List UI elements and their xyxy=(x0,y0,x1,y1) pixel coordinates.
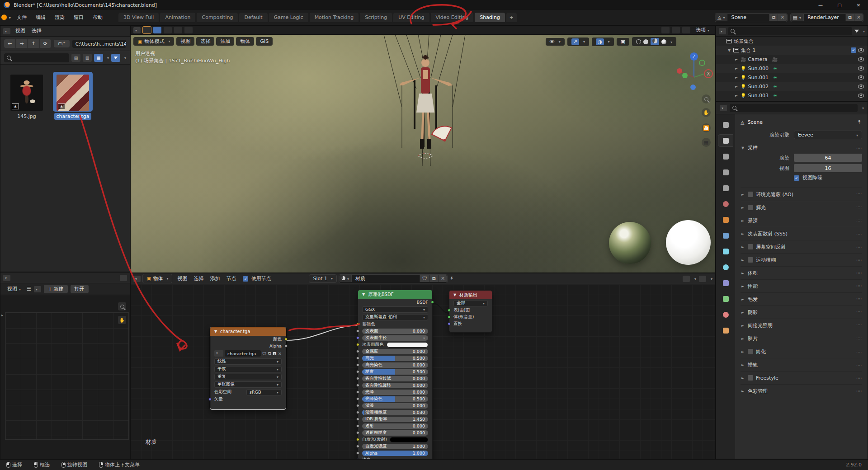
projection-dropdown[interactable]: 平展 xyxy=(210,365,286,373)
image-browse-icon[interactable] xyxy=(34,286,41,292)
expand-arrow[interactable]: ► xyxy=(734,94,739,98)
unlink-material-icon[interactable]: ✕ xyxy=(438,275,447,282)
material-browse-icon[interactable] xyxy=(339,275,352,282)
value-IOR 折射率[interactable]: IOR 折射率1.450 xyxy=(362,417,428,422)
material-output-node[interactable]: ▼材质输出 全部 表(曲)面 体积(音量) 置换 xyxy=(449,290,492,333)
workspace-tab-uv-editing[interactable]: UV Editing xyxy=(393,13,429,22)
properties-tab-world[interactable] xyxy=(718,198,733,210)
outliner-row-场景集合[interactable]: 场景集合 xyxy=(716,37,868,46)
principled-bsdf-node[interactable]: ▼原理化BSDF BSDF GGX 克里斯坦森-伯利 基础色次表面0.000次表… xyxy=(358,290,433,459)
expand-arrow[interactable]: ► xyxy=(741,219,745,223)
value-金属度[interactable]: 金属度0.000 xyxy=(362,349,428,354)
properties-tab-tool[interactable] xyxy=(718,119,733,131)
hide-eye-toggle[interactable] xyxy=(858,57,864,61)
scene-unlink-icon[interactable]: ✕ xyxy=(778,14,787,21)
render-slot-icon[interactable] xyxy=(120,275,127,281)
panel-运动模糊[interactable]: ►运动模糊∷∷ xyxy=(741,253,862,266)
file-item[interactable]: ▲145.jpg xyxy=(7,72,47,120)
select-tweak-tool[interactable] xyxy=(143,27,151,33)
panel-胶片[interactable]: ►胶片∷∷ xyxy=(741,332,862,345)
panel-checkbox[interactable] xyxy=(748,257,753,263)
panel-checkbox[interactable] xyxy=(748,375,753,381)
高光-input-socket[interactable] xyxy=(356,357,359,360)
viewport-zoom-icon[interactable] xyxy=(702,94,711,103)
new-image-button[interactable]: + 新建 xyxy=(44,285,68,293)
add-workspace-button[interactable]: + xyxy=(506,13,517,22)
expand-arrow[interactable]: ► xyxy=(741,389,745,393)
hide-eye-toggle[interactable] xyxy=(858,75,864,80)
shader-menu-节点[interactable]: 节点 xyxy=(223,274,239,283)
source-dropdown[interactable]: 单张图像 xyxy=(210,381,286,388)
properties-tab-output[interactable] xyxy=(718,150,733,162)
node-canvas[interactable]: ▼character.tga 颜色 Alpha character.tga 🛡 … xyxy=(131,284,715,459)
snapping-magnet-icon[interactable] xyxy=(683,276,690,282)
shader-type-dropdown[interactable]: ▣物体 xyxy=(142,274,172,283)
workspace-tab-default[interactable]: Default xyxy=(239,13,267,22)
copy-material-icon[interactable]: ⧉ xyxy=(429,275,438,282)
Alpha-input-socket[interactable] xyxy=(356,451,359,455)
panel-简化[interactable]: ►简化∷∷ xyxy=(741,345,862,358)
workspace-tab-3d-view-full[interactable]: 3D View Full xyxy=(118,13,159,22)
expand-arrow[interactable]: ► xyxy=(734,85,739,89)
自发光(发射)-input-socket[interactable] xyxy=(356,438,359,441)
panel-Freestyle[interactable]: ►Freestyle∷∷ xyxy=(741,371,862,384)
pin-icon[interactable]: 🖈 xyxy=(857,119,862,125)
透射粗糙度-input-socket[interactable] xyxy=(356,431,359,434)
shader-menu-选择[interactable]: 选择 xyxy=(190,274,207,283)
file-search-input[interactable] xyxy=(4,53,69,62)
mirror-toggle[interactable] xyxy=(661,27,670,33)
material-selector[interactable]: 材质 🛡 ⧉ ✕ xyxy=(339,274,448,283)
清漆粗糙度-input-socket[interactable] xyxy=(356,411,359,414)
次表面半径-input-socket[interactable] xyxy=(356,336,359,339)
surface-input-socket[interactable] xyxy=(448,309,451,312)
value-Alpha[interactable]: Alpha1.000 xyxy=(362,451,428,456)
workspace-tab-motion-tracking[interactable]: Motion Tracking xyxy=(310,13,359,22)
file-item[interactable]: ▲character.tga xyxy=(53,72,93,120)
expand-arrow[interactable]: ► xyxy=(741,193,745,197)
workspace-tab-compositing[interactable]: Compositing xyxy=(197,13,238,22)
collection-checkbox[interactable]: ✓ xyxy=(851,47,856,53)
properties-tab-render[interactable] xyxy=(718,135,733,146)
panel-checkbox[interactable] xyxy=(748,192,753,197)
value-糙度[interactable]: 糙度0.500 xyxy=(362,369,428,375)
display-settings-dropdown[interactable] xyxy=(105,55,109,61)
shader-menu-添加[interactable]: 添加 xyxy=(207,274,223,283)
properties-tab-modifiers[interactable] xyxy=(718,230,733,241)
volume-input-socket[interactable] xyxy=(448,315,451,319)
workspace-tab-shading[interactable]: Shading xyxy=(475,13,505,22)
value-透射[interactable]: 透射0.000 xyxy=(362,423,428,429)
IOR 折射率-input-socket[interactable] xyxy=(356,418,359,421)
select-invert-mode[interactable] xyxy=(184,27,193,33)
outliner-row-集合 1[interactable]: ▼集合 1✓ xyxy=(716,46,868,55)
node-header[interactable]: ▼原理化BSDF xyxy=(358,290,432,299)
hide-eye-toggle[interactable] xyxy=(858,48,864,52)
outliner-row-Sun.001[interactable]: ►💡Sun.001☀ xyxy=(716,73,868,82)
copy-image-icon[interactable]: ⧉ xyxy=(268,351,271,356)
expand-arrow[interactable]: ► xyxy=(741,232,745,236)
value-自发光强度[interactable]: 自发光强度1.000 xyxy=(362,444,428,449)
overlay-grid-icon[interactable] xyxy=(699,276,706,282)
target-dropdown[interactable]: 全部 xyxy=(449,299,492,307)
proportional-toggle[interactable] xyxy=(682,27,690,33)
new-folder-button[interactable]: 🗀⁺ xyxy=(54,40,70,47)
horizontal-list-toggle[interactable]: ▥ xyxy=(83,54,92,62)
viewport-denoise-checkbox[interactable]: ✓ xyxy=(794,175,799,181)
viewport-pan-icon[interactable]: ✋ xyxy=(702,108,711,117)
select-subtract-mode[interactable] xyxy=(174,27,182,33)
expand-arrow[interactable]: ► xyxy=(741,376,745,380)
open-image-button[interactable]: 打开 xyxy=(71,285,89,293)
colorspace-dropdown[interactable]: sRGB xyxy=(246,389,282,395)
fake-user-shield-icon[interactable]: 🛡 xyxy=(420,275,429,282)
navigation-gizmo[interactable]: Z X xyxy=(671,47,716,97)
properties-tab-constraints[interactable] xyxy=(718,277,733,289)
糙度-input-socket[interactable] xyxy=(356,370,359,373)
view-layer-copy-icon[interactable]: ⧉ xyxy=(845,14,854,21)
select-extend-mode[interactable] xyxy=(164,27,172,33)
光泽染色-input-socket[interactable] xyxy=(356,397,359,400)
vector-input-socket[interactable] xyxy=(208,398,212,401)
refresh-button[interactable]: ⟳ xyxy=(40,39,51,48)
scene-copy-icon[interactable]: ⧉ xyxy=(769,14,778,21)
value-清漆[interactable]: 清漆0.000 xyxy=(362,403,428,409)
基础色-input-socket[interactable] xyxy=(356,323,359,326)
editor-type-icon[interactable] xyxy=(133,276,141,282)
